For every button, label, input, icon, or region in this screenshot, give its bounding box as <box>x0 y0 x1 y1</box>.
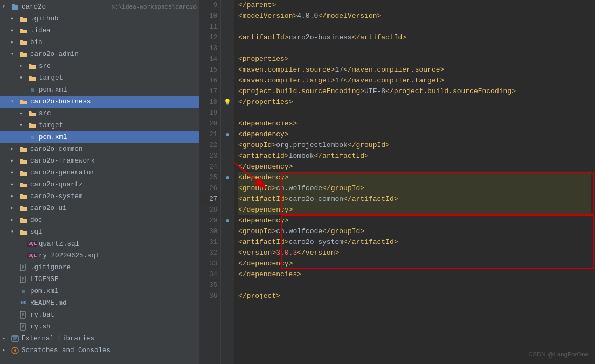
sidebar-item-caro2o-framework[interactable]: caro2o-framework <box>0 155 199 167</box>
gutter-item-12 <box>221 32 234 43</box>
sidebar-item-idea[interactable]: .idea <box>0 25 199 37</box>
sidebar-item-business-target[interactable]: target <box>0 120 199 131</box>
sidebar-item-ry-bat[interactable]: ry.bat <box>0 309 199 321</box>
gutter-item-9 <box>221 0 234 11</box>
line-num-13: 13 <box>199 43 220 54</box>
sidebar-item-ry-sql[interactable]: SQLry_20220625.sql <box>0 250 199 262</box>
module-icon <box>19 180 28 189</box>
tree-arrow-caro2o-quartz[interactable] <box>11 181 18 188</box>
sidebar-item-caro2o-admin[interactable]: caro2o-admin <box>0 48 199 60</box>
tree-arrow-github[interactable] <box>11 15 18 23</box>
tree-arrow-caro2o-business[interactable] <box>11 98 18 106</box>
sidebar-item-admin-target[interactable]: target <box>0 72 199 84</box>
gutter-item-21 <box>221 129 234 140</box>
code-area[interactable]: </parent> <modelVersion>4.0.0</modelVers… <box>234 0 595 364</box>
tree-arrow-caro2o-system[interactable] <box>11 193 18 200</box>
tree-arrow-admin-target[interactable] <box>19 74 27 82</box>
sidebar-item-root-pom[interactable]: mpom.xml <box>0 285 199 297</box>
sidebar-item-caro2o-ui[interactable]: caro2o-ui <box>0 202 199 214</box>
sidebar-item-gitignore[interactable]: .gitignore <box>0 262 199 274</box>
code-line-23: <artifactId>lombok</artifactId> <box>238 151 591 162</box>
tree-arrow-caro2o-ui[interactable] <box>11 205 18 212</box>
code-line-16: <maven.compiler.target>17</maven.compile… <box>238 75 591 86</box>
gutter-item-25 <box>221 172 234 183</box>
tree-arrow-scratches[interactable] <box>2 347 10 354</box>
tree-arrow-sql[interactable] <box>11 228 18 236</box>
gutter-item-13 <box>221 43 234 54</box>
code-line-32: <version>3.0.3</version> <box>238 248 591 258</box>
line-num-17: 17 <box>199 86 220 97</box>
sidebar-item-business-pom[interactable]: mpom.xml <box>0 131 199 143</box>
svg-point-25 <box>226 176 229 179</box>
tree-arrow-business-target[interactable] <box>19 122 27 129</box>
tree-arrow-doc[interactable] <box>11 216 18 224</box>
sidebar-item-sql[interactable]: sql <box>0 226 199 238</box>
sidebar-item-admin-pom[interactable]: mpom.xml <box>0 84 199 96</box>
folder-icon <box>28 62 37 71</box>
code-line-33: </dependency> <box>238 258 591 269</box>
sidebar-item-caro2o-quartz[interactable]: caro2o-quartz <box>0 179 199 191</box>
line-num-30: 30 <box>199 226 220 237</box>
sidebar-item-caro2o-root[interactable]: caro2oN:\idea-workspace\caro2o <box>0 1 199 13</box>
line-num-16: 16 <box>199 75 220 86</box>
tree-arrow-caro2o-common[interactable] <box>11 145 18 153</box>
sidebar-item-caro2o-system[interactable]: caro2o-system <box>0 191 199 202</box>
tree-arrow-caro2o-framework[interactable] <box>11 157 18 165</box>
sidebar-item-admin-src[interactable]: src <box>0 60 199 72</box>
sidebar-label-caro2o-admin: caro2o-admin <box>30 51 197 58</box>
gutter-item-30 <box>221 226 234 237</box>
tree-arrow-business-src[interactable] <box>19 110 27 117</box>
sidebar-label-caro2o-root: caro2o <box>22 3 108 11</box>
svg-rect-0 <box>12 5 18 10</box>
tree-arrow-admin-src[interactable] <box>19 62 27 70</box>
sidebar-item-quartz-sql[interactable]: SQLquartz.sql <box>0 238 199 250</box>
sidebar-label-caro2o-framework: caro2o-framework <box>30 157 197 165</box>
code-line-25: <dependency> <box>238 172 591 183</box>
sidebar-label-readme: README.md <box>30 299 197 307</box>
watermark: CSDN @LangForOne <box>528 351 589 358</box>
code-line-18: </properties> <box>238 97 591 108</box>
sidebar-item-doc[interactable]: doc <box>0 214 199 226</box>
gutter-item-18: 💡 <box>221 97 234 108</box>
folder-icon <box>19 204 28 213</box>
sidebar-item-readme[interactable]: MDREADME.md <box>0 297 199 309</box>
ext-lib-icon <box>11 334 19 343</box>
code-line-24: </dependency> <box>238 162 591 172</box>
sidebar-item-bin[interactable]: bin <box>0 37 199 48</box>
editor-content: 9101112131415161718192021222324252627282… <box>199 0 595 364</box>
sidebar-item-ry-sh[interactable]: ry.sh <box>0 321 199 333</box>
sidebar-item-caro2o-business[interactable]: caro2o-business <box>0 96 199 108</box>
tree-arrow-bin[interactable] <box>11 39 18 46</box>
tree-arrow-external-libs[interactable] <box>2 335 10 342</box>
code-line-17: <project.build.sourceEncoding>UTF-8</pro… <box>238 86 591 97</box>
tree-arrow-caro2o-generator[interactable] <box>11 169 18 177</box>
gutter-item-11 <box>221 22 234 32</box>
line-num-22: 22 <box>199 140 220 151</box>
sidebar-item-business-src[interactable]: src <box>0 108 199 120</box>
sidebar-item-external-libs[interactable]: External Libraries <box>0 333 199 345</box>
tree-arrow-idea[interactable] <box>11 27 18 34</box>
line-num-21: 21 <box>199 129 220 140</box>
gutter-item-34 <box>221 269 234 280</box>
bat-icon <box>19 311 28 319</box>
sidebar-label-license: LICENSE <box>30 276 197 283</box>
sidebar-item-license[interactable]: LICENSE <box>0 274 199 285</box>
code-line-31: <artifactId>caro2o-system</artifactId> <box>238 237 591 248</box>
line-num-15: 15 <box>199 65 220 75</box>
line-num-36: 36 <box>199 291 220 302</box>
tree-arrow-caro2o-root[interactable] <box>2 3 10 11</box>
gutter-item-35 <box>221 280 234 291</box>
code-line-28: </dependency> <box>238 205 591 215</box>
code-line-12: <artifactId>caro2o-business</artifactId> <box>238 32 591 43</box>
sidebar-label-external-libs: External Libraries <box>22 335 197 342</box>
code-line-29: <dependency> <box>238 215 591 226</box>
sidebar-item-caro2o-common[interactable]: caro2o-common <box>0 143 199 155</box>
line-num-25: 25 <box>199 172 220 183</box>
sidebar-item-caro2o-generator[interactable]: caro2o-generator <box>0 167 199 179</box>
tree-arrow-caro2o-admin[interactable] <box>11 51 18 58</box>
project-sidebar[interactable]: caro2oN:\idea-workspace\caro2o.github.id… <box>0 0 199 364</box>
sidebar-item-scratches[interactable]: Scratches and Consoles <box>0 345 199 356</box>
sidebar-item-github[interactable]: .github <box>0 13 199 25</box>
code-line-34: </dependencies> <box>238 269 591 280</box>
sql-icon: SQL <box>28 240 37 248</box>
